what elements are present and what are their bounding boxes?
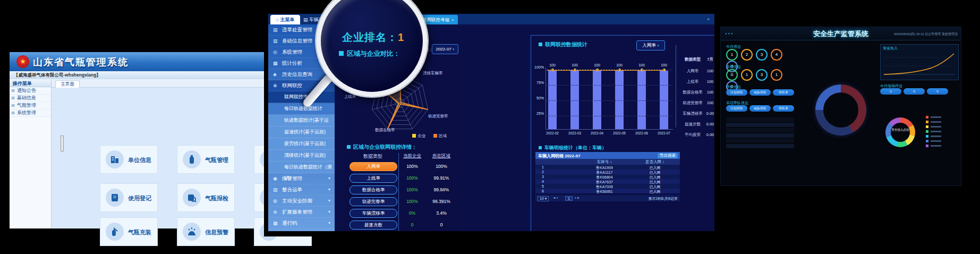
chevron-down-icon[interactable]: ▾ xyxy=(328,173,330,184)
company-bar: 【威海盛祥气体有限公司-whshengxiang】 xyxy=(10,71,276,80)
pill-button[interactable]: 实际带队 xyxy=(749,89,771,96)
card-label: 气瓶管理 xyxy=(205,156,228,164)
sidebar-item-主动安全防御[interactable]: ◍主动安全防御▾ xyxy=(268,196,335,207)
close-icon[interactable]: × xyxy=(451,18,454,22)
invest-line-chart xyxy=(881,51,957,79)
pill-button[interactable]: 0 xyxy=(927,88,948,95)
expand-plus-icon[interactable]: ⊞ xyxy=(11,95,15,101)
metric-button-车辆漂移率[interactable]: 车辆漂移率 xyxy=(350,209,397,218)
table-row[interactable]: 1鲁KA1909已入网 xyxy=(535,165,680,170)
sidebar-item-扩展服务管理[interactable]: ⊗扩展服务管理▾ xyxy=(268,207,335,218)
chevron-down-icon[interactable]: ▾ xyxy=(328,218,330,228)
page-number[interactable]: 1 xyxy=(565,196,573,201)
col-plate[interactable]: 车牌号 ↕ xyxy=(578,159,631,165)
legend-region-label: 区域 xyxy=(439,133,447,139)
ratio-legend xyxy=(926,115,959,153)
filling-icon xyxy=(106,223,124,241)
ring-gauge: 4 xyxy=(771,49,782,61)
sidebar-menu-item[interactable]: ⊞气瓶管理 xyxy=(10,102,51,109)
chevron-down-icon[interactable]: ▾ xyxy=(328,207,330,217)
table-row[interactable]: 2鲁KA1117已入网 xyxy=(535,170,680,174)
metric-button-数据合格率[interactable]: 数据合格率 xyxy=(350,185,397,194)
pager-next-icons[interactable]: › » xyxy=(575,196,579,200)
expand-plus-icon[interactable]: ⊞ xyxy=(11,87,15,94)
table-row[interactable]: 3鲁K96804已入网 xyxy=(535,174,680,179)
col-status[interactable]: 是否入网 ↕ xyxy=(631,159,679,165)
metric-button-超速次数[interactable]: 超速次数 xyxy=(350,221,397,230)
card-cylinder[interactable]: 气瓶管理 xyxy=(177,145,235,174)
splitter-handle[interactable] xyxy=(61,136,64,151)
bar xyxy=(570,71,579,129)
y-tick-label: 50% xyxy=(531,96,544,100)
sidebar-subitem-轨迹数据统计(基于运政)[interactable]: 轨迹数据统计(基于运政) xyxy=(268,115,335,126)
pill-button[interactable]: 带队率 xyxy=(773,89,794,96)
sidebar-subitem-每日轨迹数据统计[interactable]: 每日轨迹数据统计 xyxy=(268,103,335,115)
home-menu-tab[interactable]: ⌂ 主菜单 xyxy=(270,15,300,24)
card-filling[interactable]: 气瓶充装 xyxy=(100,217,158,246)
sidebar-item-通行码[interactable]: ▩通行码▾ xyxy=(268,218,335,229)
detail-divider xyxy=(398,153,399,231)
plate-number: 鲁K56951 xyxy=(578,189,631,194)
sidebar-subitem-超速统计(基于运政)[interactable]: 超速统计(基于运政) xyxy=(268,126,335,138)
metric-button-入网率[interactable]: 入网率 xyxy=(350,162,397,171)
card-alert[interactable]: 信息预警 xyxy=(177,217,235,246)
sidebar-subitem-每日轨迹数据统计（测试）[interactable]: 每日轨迹数据统计（测试） xyxy=(268,162,335,173)
sidebar-menu-item[interactable]: ⊞基础信息 xyxy=(10,95,51,102)
table-row[interactable]: 4鲁KA7637已入网 xyxy=(535,179,680,184)
detail-region-value: 100% xyxy=(425,164,458,169)
metric-button-轨迹完整率[interactable]: 轨迹完整率 xyxy=(350,197,397,206)
pill-button[interactable]: 计划带队 xyxy=(726,105,747,112)
legend-region-swatch xyxy=(433,134,437,138)
month-col-header: 6月 xyxy=(714,57,714,62)
expand-plus-icon[interactable]: ⊞ xyxy=(11,109,15,116)
chevron-down-icon[interactable]: ▾ xyxy=(328,196,330,206)
menu-icon: ◎ xyxy=(273,47,277,57)
bar-value-label: 100 xyxy=(591,63,603,67)
metric-dropdown[interactable]: 入网率 ▾ xyxy=(636,40,665,50)
bar-value-label: 100 xyxy=(635,63,648,67)
national-emblem-icon: ★ xyxy=(16,55,29,68)
sidebar-menu-item[interactable]: ⊞通知公告 xyxy=(10,87,51,95)
page-size-select[interactable]: 10 ▾ xyxy=(538,196,549,201)
card-inspect[interactable]: 气瓶报检 xyxy=(177,183,235,212)
pager-prev-icons[interactable]: « ‹ xyxy=(553,196,558,200)
lead-open-pills: 计划带队实际带队带队率 xyxy=(726,105,800,112)
metric-button-上线率[interactable]: 上线率 xyxy=(350,174,397,183)
sidebar-item-整合运单[interactable]: ▧整合运单▾ xyxy=(268,184,335,196)
pill-button[interactable]: 实际带队 xyxy=(749,105,771,112)
sidebar-subitem-疲劳统计(基于运政)[interactable]: 疲劳统计(基于运政) xyxy=(268,138,335,150)
invest-label: 安全投入 xyxy=(883,46,898,51)
sidebar-subitem-漂移统计(基于运政)[interactable]: 漂移统计(基于运政) xyxy=(268,150,335,162)
sidebar-menu-item[interactable]: ⊞系统管理 xyxy=(10,109,51,117)
pill-button[interactable]: 带队率 xyxy=(773,105,794,112)
sidebar-subitem-联网联控考核[interactable]: 联网联控考核 xyxy=(268,91,335,103)
table-row[interactable]: 6鲁K56951已入网 xyxy=(535,189,680,193)
card-register[interactable]: 使用登记 xyxy=(100,183,158,212)
month-cell: 0.00 xyxy=(700,122,714,126)
ratio-donut-label: 安全投入占比 xyxy=(885,128,915,132)
chevron-down-icon[interactable]: ▾ xyxy=(328,184,330,195)
export-button[interactable]: 导出报表 xyxy=(658,153,678,158)
mini-table-row xyxy=(726,117,794,122)
sidebar-item-资料库[interactable]: ▣资料库▾ xyxy=(268,229,335,231)
chevron-down-icon[interactable]: ▾ xyxy=(328,229,330,231)
expand-plus-icon[interactable]: ⊞ xyxy=(11,102,15,109)
legend-bar xyxy=(931,140,941,142)
tab-main[interactable]: 主界面 xyxy=(55,80,80,88)
chevron-right-icon[interactable]: » xyxy=(707,16,710,22)
query-date-dropdown[interactable]: 2022-07 ▾ xyxy=(432,44,458,54)
composite-screenshot: ★ 山东省气瓶管理系统 【威海盛祥气体有限公司-whshengxiang】 操作… xyxy=(0,0,980,254)
row-index: 5 xyxy=(538,184,548,188)
y-tick-label: 25% xyxy=(531,112,544,115)
gas-cylinder-window: ★ 山东省气瓶管理系统 【威海盛祥气体有限公司-whshengxiang】 操作… xyxy=(10,52,276,228)
table-row[interactable]: 5鲁KA7005已入网 xyxy=(535,184,680,189)
pill-button[interactable]: 0 xyxy=(880,88,901,95)
menu-icon: ▥ xyxy=(273,36,278,46)
ring-gauge: 3 xyxy=(756,49,768,61)
pill-button[interactable]: 0 xyxy=(904,88,925,95)
legend-bar xyxy=(931,126,941,128)
section-bullet-icon xyxy=(539,146,542,149)
sidebar-item-报警管理[interactable]: ◉报警管理▾ xyxy=(268,173,335,184)
pill-button[interactable]: 计划带队 xyxy=(726,89,747,96)
card-building[interactable]: 单位信息 xyxy=(100,145,158,174)
